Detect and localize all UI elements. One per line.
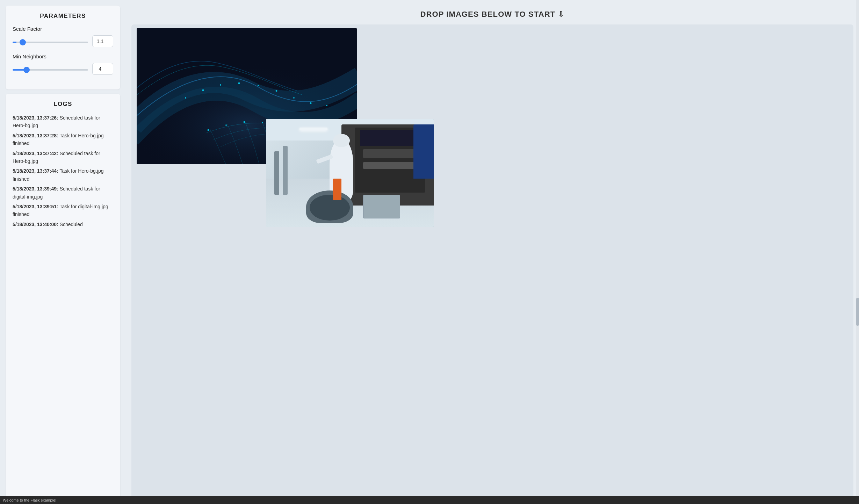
scale-factor-slider[interactable] bbox=[13, 42, 88, 43]
svg-point-19 bbox=[326, 105, 327, 106]
logs-content[interactable]: 5/18/2023, 13:37:26: Scheduled task for … bbox=[13, 114, 113, 490]
svg-point-14 bbox=[238, 82, 240, 84]
list-item: 5/18/2023, 13:37:42: Scheduled task for … bbox=[13, 150, 113, 165]
scale-factor-input[interactable] bbox=[92, 35, 113, 47]
log-message: Scheduled bbox=[60, 222, 83, 227]
scale-factor-label: Scale Factor bbox=[13, 26, 113, 32]
scale-factor-row bbox=[13, 35, 113, 47]
svg-point-4 bbox=[244, 121, 245, 123]
svg-point-13 bbox=[220, 84, 221, 86]
log-timestamp: 5/18/2023, 13:37:28: bbox=[13, 133, 58, 138]
min-neighbors-slider[interactable] bbox=[13, 69, 88, 71]
log-timestamp: 5/18/2023, 13:39:51: bbox=[13, 204, 58, 209]
list-item: 5/18/2023, 13:39:51: Task for digital-im… bbox=[13, 203, 113, 218]
log-timestamp: 5/18/2023, 13:40:00: bbox=[13, 222, 58, 227]
svg-point-5 bbox=[262, 122, 263, 123]
svg-point-17 bbox=[293, 97, 295, 99]
svg-point-3 bbox=[225, 124, 227, 126]
image-drop-area[interactable] bbox=[131, 24, 853, 498]
svg-point-11 bbox=[185, 97, 186, 99]
svg-point-18 bbox=[310, 102, 312, 104]
scale-factor-slider-wrapper bbox=[13, 38, 88, 44]
min-neighbors-input[interactable] bbox=[92, 63, 113, 75]
logs-card: LOGS 5/18/2023, 13:37:26: Scheduled task… bbox=[6, 94, 120, 498]
industrial-image bbox=[266, 119, 434, 227]
svg-point-15 bbox=[258, 85, 259, 86]
min-neighbors-label: Min Neighbors bbox=[13, 53, 113, 59]
min-neighbors-slider-wrapper bbox=[13, 66, 88, 72]
left-panel: PARAMETERS Scale Factor Min Neighbors LO… bbox=[0, 0, 126, 504]
drop-header: DROP IMAGES BELOW TO START ⇩ bbox=[131, 6, 853, 24]
list-item: 5/18/2023, 13:40:00: Scheduled bbox=[13, 221, 113, 228]
list-item: 5/18/2023, 13:37:28: Task for Hero-bg.jp… bbox=[13, 132, 113, 147]
log-timestamp: 5/18/2023, 13:37:44: bbox=[13, 168, 58, 174]
log-timestamp: 5/18/2023, 13:37:42: bbox=[13, 151, 58, 156]
svg-point-16 bbox=[276, 90, 277, 92]
log-timestamp: 5/18/2023, 13:37:26: bbox=[13, 115, 58, 121]
svg-point-12 bbox=[202, 89, 204, 91]
min-neighbors-row bbox=[13, 63, 113, 75]
list-item: 5/18/2023, 13:39:49: Scheduled task for … bbox=[13, 185, 113, 201]
status-bar: Welcome to the Flask example! bbox=[126, 496, 859, 504]
list-item: 5/18/2023, 13:37:26: Scheduled task for … bbox=[13, 114, 113, 130]
list-item: 5/18/2023, 13:37:44: Task for Hero-bg.jp… bbox=[13, 167, 113, 183]
right-panel: DROP IMAGES BELOW TO START ⇩ bbox=[126, 0, 859, 504]
parameters-card: PARAMETERS Scale Factor Min Neighbors bbox=[6, 6, 120, 89]
log-timestamp: 5/18/2023, 13:39:49: bbox=[13, 186, 58, 192]
logs-title: LOGS bbox=[13, 101, 113, 108]
parameters-title: PARAMETERS bbox=[13, 13, 113, 20]
svg-point-2 bbox=[208, 129, 209, 131]
